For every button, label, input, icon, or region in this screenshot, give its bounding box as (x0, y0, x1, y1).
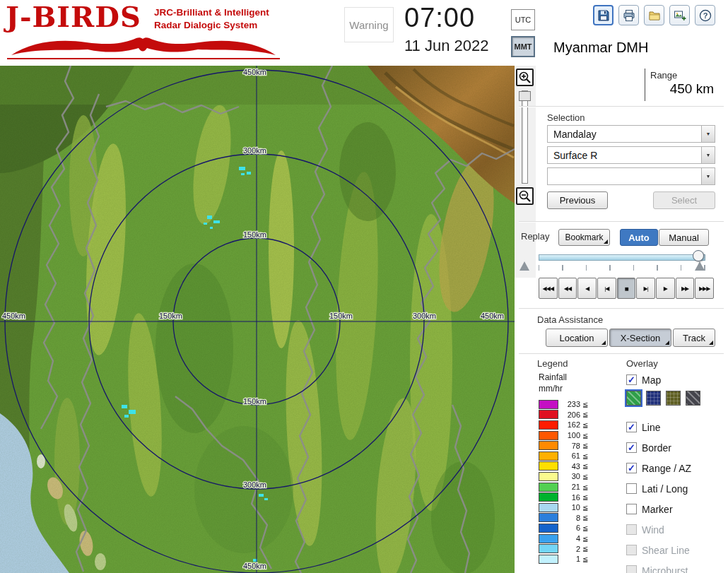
border-checkbox[interactable]: ✓ (626, 442, 637, 453)
overlay-row-line[interactable]: ✓ Line (626, 417, 727, 437)
legend-lte-symbol: ≦ (582, 462, 588, 470)
fast-rewind-button[interactable]: ◀◀ (558, 278, 577, 299)
track-button[interactable]: Track (673, 329, 715, 347)
overlay-row-lati-long[interactable]: Lati / Long (626, 478, 727, 499)
legend-color-swatch (539, 472, 558, 481)
stop-button[interactable]: ■ (617, 278, 636, 299)
overlay-row-marker[interactable]: Marker (626, 499, 727, 519)
timeline-start-marker[interactable] (519, 261, 529, 271)
logo-title: J-BIRDS (6, 1, 141, 33)
auto-button[interactable]: Auto (620, 229, 658, 246)
fast-forward-button[interactable]: ▶▶ (676, 278, 695, 299)
zoom-out-icon (518, 189, 532, 203)
legend-row: 233≦ (539, 399, 588, 410)
chevron-down-icon[interactable]: ▼ (701, 126, 715, 142)
lati-long-checkbox[interactable] (626, 483, 637, 494)
map-style-swatches (626, 391, 700, 406)
timeline-end-marker[interactable] (695, 261, 705, 271)
chevron-down-icon[interactable]: ▼ (701, 168, 715, 184)
step-forward-button[interactable]: ▶| (636, 278, 655, 299)
legend-lte-symbol: ≦ (582, 514, 588, 521)
play-button[interactable]: ▶ (656, 278, 675, 299)
legend-color-swatch (539, 492, 558, 502)
dropdown-option[interactable]: ▼ (547, 167, 715, 185)
select-button[interactable]: Select (653, 191, 715, 209)
help-button[interactable]: ? (695, 5, 715, 25)
play-backward-button[interactable]: ◀ (577, 278, 597, 299)
timeline-ticks (539, 265, 705, 271)
range-az-checkbox[interactable]: ✓ (626, 463, 637, 473)
radar-map[interactable]: 450km 300km 150km 150km 300km 450km 450k… (0, 66, 515, 573)
chevron-down-icon[interactable]: ▼ (701, 147, 715, 163)
print-button[interactable] (618, 5, 639, 25)
legend-section-label: Legend (537, 358, 568, 369)
overlay-section-label: Overlay (626, 358, 658, 369)
previous-button[interactable]: Previous (547, 191, 608, 209)
utc-button[interactable]: UTC (511, 9, 535, 30)
mmt-label: MMT (514, 42, 532, 51)
legend-row: 30≦ (539, 471, 588, 482)
utc-label: UTC (515, 16, 532, 24)
data-assistance-section-label: Data Assistance (537, 314, 603, 325)
zoom-in-button[interactable] (516, 69, 534, 86)
map-style-green[interactable] (626, 391, 641, 406)
timeline-thumb[interactable] (693, 250, 704, 261)
legend-row: 4≦ (539, 533, 588, 544)
legend-color-swatch (539, 513, 558, 522)
location-button[interactable]: Location (546, 329, 608, 347)
wind-checkbox (626, 524, 637, 535)
map-style-navy[interactable] (646, 391, 661, 406)
legend-lte-symbol: ≦ (582, 524, 588, 532)
map-checkbox[interactable]: ✓ (626, 374, 637, 385)
skip-to-start-button[interactable]: ◀◀◀ (539, 278, 558, 299)
legend-value: 10 (562, 503, 580, 512)
header: J-BIRDS JRC-Brilliant & Intelligent Rada… (0, 0, 728, 66)
manual-button[interactable]: Manual (659, 229, 709, 246)
legend-value: 233 (562, 400, 580, 408)
overlay-row-map[interactable]: ✓ Map (626, 370, 661, 390)
svg-text:?: ? (703, 11, 708, 20)
warning-button[interactable]: Warning (344, 7, 394, 42)
legend-unit-title: Rainfall (539, 372, 567, 382)
save-button[interactable] (593, 5, 613, 25)
overlay-row-border[interactable]: ✓ Border (626, 437, 727, 458)
replay-timeline-track[interactable] (539, 254, 705, 261)
dropdown-site[interactable]: Mandalay ▼ (547, 125, 715, 143)
playback-controls: ◀◀◀ ◀◀ ◀ |◀ ■ ▶| ▶ ▶▶ ▶▶▶ (539, 278, 714, 299)
line-checkbox[interactable]: ✓ (626, 422, 637, 432)
legend-value: 100 (562, 431, 580, 439)
legend-lte-symbol: ≦ (582, 432, 588, 439)
legend-color-swatch (539, 461, 558, 471)
logo-tagline-1: JRC-Brilliant & Intelligent (154, 6, 269, 19)
marker-checkbox[interactable] (626, 504, 637, 514)
bookmark-button[interactable]: Bookmark (558, 229, 610, 246)
zoom-out-button[interactable] (516, 187, 534, 205)
legend-value: 61 (562, 451, 580, 460)
x-section-button[interactable]: X-Section (609, 329, 671, 347)
svg-text:450km: 450km (243, 68, 266, 76)
legend-color-swatch (539, 410, 558, 419)
svg-text:450km: 450km (2, 312, 25, 320)
skip-to-end-button[interactable]: ▶▶▶ (695, 278, 714, 299)
overlay-label-range-az: Range / AZ (642, 463, 691, 474)
open-folder-button[interactable] (644, 5, 664, 25)
zoom-slider[interactable] (522, 90, 528, 184)
overlay-label-wind: Wind (642, 524, 664, 536)
add-image-button[interactable] (669, 5, 690, 25)
separator (519, 308, 724, 309)
overlay-row-range-az[interactable]: ✓ Range / AZ (626, 458, 727, 478)
legend-row: 8≦ (539, 513, 588, 524)
radar-map-canvas: 450km 300km 150km 150km 300km 450km 450k… (0, 66, 515, 573)
replay-section-label: Replay (521, 231, 549, 242)
jbirds-logo: J-BIRDS JRC-Brilliant & Intelligent Rada… (6, 1, 288, 64)
mmt-button[interactable]: MMT (511, 36, 535, 57)
logo-underline (7, 58, 280, 59)
map-style-olive[interactable] (666, 391, 681, 406)
map-style-gray[interactable] (686, 391, 700, 406)
separator (519, 353, 724, 355)
zoom-slider-thumb[interactable] (519, 91, 531, 101)
dropdown-product[interactable]: Surface R ▼ (547, 146, 715, 164)
legend-lte-symbol: ≦ (582, 535, 588, 543)
overlay-label-line: Line (642, 422, 660, 433)
step-back-button[interactable]: |◀ (597, 278, 616, 299)
